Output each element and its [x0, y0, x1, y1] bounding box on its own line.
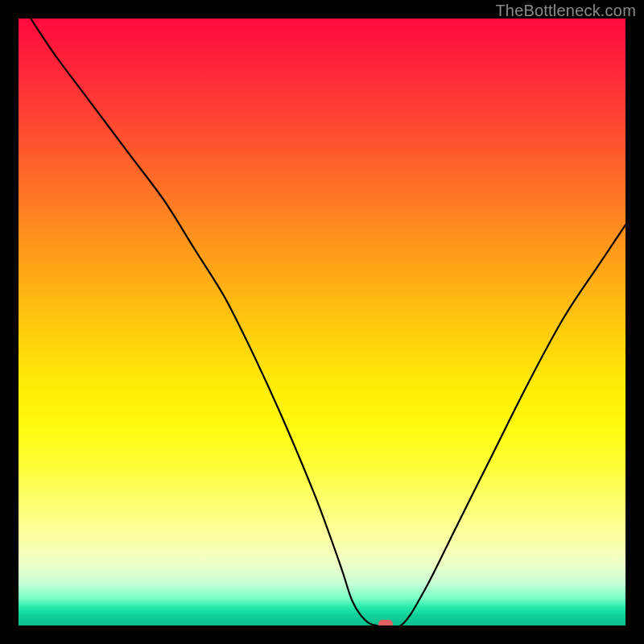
- bottleneck-curve: [19, 19, 625, 625]
- plot-area: [19, 19, 625, 625]
- watermark-text: TheBottleneck.com: [495, 2, 636, 20]
- optimal-marker: [378, 620, 393, 625]
- chart-frame: TheBottleneck.com: [0, 0, 644, 644]
